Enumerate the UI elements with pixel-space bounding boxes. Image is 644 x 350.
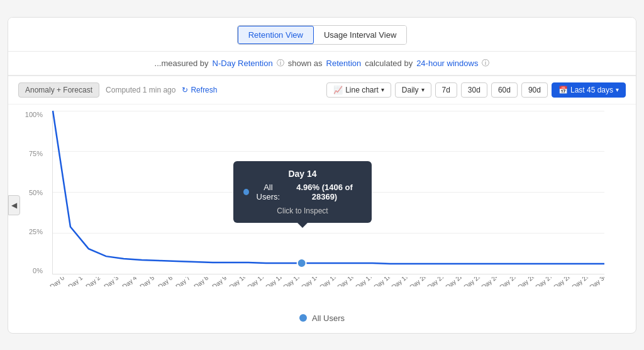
nav-arrow-left[interactable]: ◀ bbox=[8, 195, 20, 215]
refresh-icon: ↻ bbox=[182, 86, 188, 94]
tooltip: Day 14 All Users: 4.96% (1406 of 28369) … bbox=[233, 161, 372, 223]
chart-toolbar: Anomaly + Forecast Computed 1 min ago ↻ … bbox=[8, 76, 636, 104]
x-label: Day 26 bbox=[516, 277, 535, 286]
y-label-100: 100% bbox=[14, 111, 43, 118]
range-7d-button[interactable]: 7d bbox=[435, 82, 457, 98]
x-label: Day 23 bbox=[462, 277, 480, 286]
x-label: Day 11 bbox=[246, 277, 264, 286]
x-label: Day 6 bbox=[156, 277, 174, 286]
chart-type-chevron: ▾ bbox=[381, 86, 384, 93]
tooltip-inspect[interactable]: Click to Inspect bbox=[243, 206, 362, 215]
legend-dot bbox=[299, 314, 307, 322]
x-label: Day 3 bbox=[102, 277, 120, 286]
x-label: Day 15 bbox=[318, 277, 336, 286]
interval-label: Daily bbox=[402, 86, 419, 94]
x-label: Day 5 bbox=[138, 277, 157, 286]
range-60d-button[interactable]: 60d bbox=[491, 82, 518, 98]
measured-prefix: ...measured by bbox=[155, 59, 209, 68]
x-label: Day 25 bbox=[498, 277, 516, 286]
chart-type-label: Line chart bbox=[345, 86, 379, 94]
x-label: Day 21 bbox=[426, 277, 445, 286]
x-label: Day 4 bbox=[120, 277, 138, 286]
range-30d-button[interactable]: 30d bbox=[461, 82, 487, 98]
x-label: Day 24 bbox=[480, 277, 499, 286]
range-active-label: Last 45 days bbox=[570, 86, 613, 94]
y-label-25: 25% bbox=[14, 228, 43, 235]
shown-as-text: shown as bbox=[288, 59, 323, 68]
view-tabs: Retention View Usage Interval View bbox=[237, 25, 408, 45]
tooltip-metric-row: All Users: 4.96% (1406 of 28369) bbox=[243, 183, 362, 201]
calculated-by-text: calculated by bbox=[365, 59, 413, 68]
x-label: Day 9 bbox=[210, 277, 228, 286]
window-info-icon[interactable]: ⓘ bbox=[482, 58, 489, 69]
interval-button[interactable]: Daily ▾ bbox=[395, 82, 431, 98]
x-axis: Day 0Day 1Day 2Day 3Day 4Day 5Day 6Day 7… bbox=[46, 277, 604, 286]
legend: All Users bbox=[8, 306, 636, 333]
x-label: Day 19 bbox=[391, 277, 409, 286]
x-label: Day 29 bbox=[570, 277, 589, 286]
x-label: Day 22 bbox=[444, 277, 462, 286]
x-label: Day 13 bbox=[282, 277, 301, 286]
x-label: Day 8 bbox=[192, 277, 210, 286]
range-active-chevron: ▾ bbox=[616, 86, 619, 93]
x-axis-labels-row: Day 0Day 1Day 2Day 3Day 4Day 5Day 6Day 7… bbox=[46, 277, 604, 286]
range-active-button[interactable]: 📅 Last 45 days ▾ bbox=[552, 82, 626, 98]
refresh-button[interactable]: ↻ Refresh bbox=[182, 86, 217, 94]
x-label: Day 1 bbox=[66, 277, 84, 286]
retention-link[interactable]: Retention bbox=[326, 59, 362, 68]
x-label: Day 28 bbox=[552, 277, 570, 286]
usage-interval-view-tab[interactable]: Usage Interval View bbox=[314, 26, 406, 44]
line-chart-icon: 📈 bbox=[333, 86, 343, 94]
interval-chevron: ▾ bbox=[421, 86, 425, 93]
y-label-0: 0% bbox=[14, 267, 43, 274]
tooltip-point[interactable] bbox=[297, 259, 306, 268]
tooltip-metric-label: All Users: bbox=[253, 183, 284, 201]
y-axis: 100% 75% 50% 25% 0% bbox=[14, 111, 43, 274]
x-label: Day 16 bbox=[336, 277, 355, 286]
main-container: Retention View Usage Interval View ...me… bbox=[8, 17, 636, 334]
measured-bar: ...measured by N-Day Retention ⓘ shown a… bbox=[8, 52, 636, 76]
tooltip-title: Day 14 bbox=[243, 169, 362, 179]
x-label: Day 30 bbox=[589, 277, 604, 286]
x-label: Day 10 bbox=[228, 277, 247, 286]
computed-text: Computed 1 min ago bbox=[106, 86, 175, 94]
x-label: Day 17 bbox=[354, 277, 372, 286]
x-label: Day 27 bbox=[535, 277, 553, 286]
x-label: Day 18 bbox=[372, 277, 391, 286]
x-label: Day 20 bbox=[408, 277, 426, 286]
tooltip-metric-value: 4.96% (1406 of 28369) bbox=[287, 183, 362, 201]
window-link[interactable]: 24-hour windows bbox=[416, 59, 478, 68]
calendar-icon: 📅 bbox=[558, 86, 568, 94]
anomaly-badge: Anomaly + Forecast bbox=[18, 82, 99, 98]
chart-area: 100% 75% 50% 25% 0% bbox=[8, 104, 636, 306]
x-label: Day 7 bbox=[174, 277, 192, 286]
y-label-75: 75% bbox=[14, 150, 43, 157]
view-toggle-bar: Retention View Usage Interval View bbox=[8, 18, 636, 52]
chart-inner: Day 14 All Users: 4.96% (1406 of 28369) … bbox=[52, 111, 604, 274]
x-label: Day 0 bbox=[48, 277, 66, 286]
refresh-label: Refresh bbox=[191, 86, 217, 94]
toolbar-right: 📈 Line chart ▾ Daily ▾ 7d 30d 60d 90d 📅 … bbox=[326, 82, 626, 98]
toolbar-left: Anomaly + Forecast Computed 1 min ago ↻ … bbox=[18, 82, 217, 98]
legend-label: All Users bbox=[312, 313, 345, 323]
metric-info-icon[interactable]: ⓘ bbox=[277, 58, 284, 69]
retention-view-tab[interactable]: Retention View bbox=[238, 26, 314, 44]
x-label: Day 14 bbox=[300, 277, 318, 286]
chart-wrapper: ◀ 100% 75% 50% 25% 0% bbox=[8, 104, 636, 306]
x-label: Day 12 bbox=[264, 277, 282, 286]
x-label: Day 2 bbox=[84, 277, 103, 286]
metric-link[interactable]: N-Day Retention bbox=[213, 59, 273, 68]
tooltip-dot bbox=[243, 189, 249, 195]
range-90d-button[interactable]: 90d bbox=[521, 82, 548, 98]
chart-type-button[interactable]: 📈 Line chart ▾ bbox=[326, 82, 391, 98]
